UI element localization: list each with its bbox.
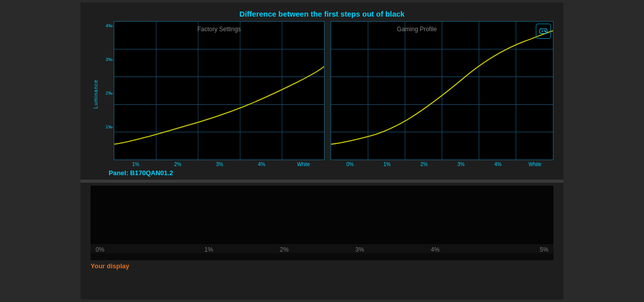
- lower-chart: [91, 186, 553, 244]
- chart2-x1: 1%: [369, 162, 406, 167]
- chart2-x0: 0%: [332, 162, 369, 167]
- chart1-x4: 4%: [240, 162, 282, 167]
- gaming-icon: [536, 24, 551, 39]
- chart1-x1: 1%: [115, 162, 156, 167]
- chart2-curve: [331, 22, 553, 160]
- chart1-x3: 3%: [199, 162, 240, 167]
- chart2-xwhite: White: [517, 162, 554, 167]
- your-display-label: Your display: [91, 262, 553, 270]
- y-tick-1: 1‰: [106, 124, 113, 129]
- lower-x5: 5%: [473, 246, 548, 253]
- main-container: Difference between the first steps out o…: [80, 3, 564, 299]
- svg-rect-22: [91, 186, 553, 244]
- panel-label: Panel: B170QAN01.2: [109, 169, 553, 177]
- chart1-x2: 2%: [156, 162, 198, 167]
- y-tick-4: 4‰: [106, 23, 113, 28]
- chart2-x2: 2%: [406, 162, 443, 167]
- lower-x3: 3%: [322, 246, 397, 253]
- y-tick-2: 2‰: [106, 91, 113, 96]
- lower-x1: 1%: [171, 246, 247, 253]
- svg-point-21: [545, 31, 546, 32]
- lower-x0: 0%: [96, 246, 171, 253]
- lower-x4: 4%: [397, 246, 473, 253]
- chart1-curve: [114, 22, 324, 160]
- svg-point-20: [544, 31, 545, 32]
- lower-x-ticks: 0% 1% 2% 3% 4% 5%: [91, 244, 553, 253]
- divider: [80, 180, 564, 183]
- chart-title: Difference between the first steps out o…: [91, 10, 553, 18]
- controller-icon: [539, 27, 548, 36]
- chart1-label: Factory Settings: [114, 26, 324, 33]
- chart2-x4: 4%: [479, 162, 517, 167]
- chart1-xwhite: White: [283, 162, 325, 167]
- lower-display-area: [91, 186, 553, 244]
- lower-x2: 2%: [247, 246, 322, 253]
- chart2-x3: 3%: [443, 162, 480, 167]
- y-tick-3: 3‰: [106, 57, 113, 62]
- chart2-label: Gaming Profile: [331, 26, 503, 33]
- y-axis-label: Luminance: [93, 80, 99, 109]
- lower-section: 0% 1% 2% 3% 4% 5%: [91, 186, 553, 260]
